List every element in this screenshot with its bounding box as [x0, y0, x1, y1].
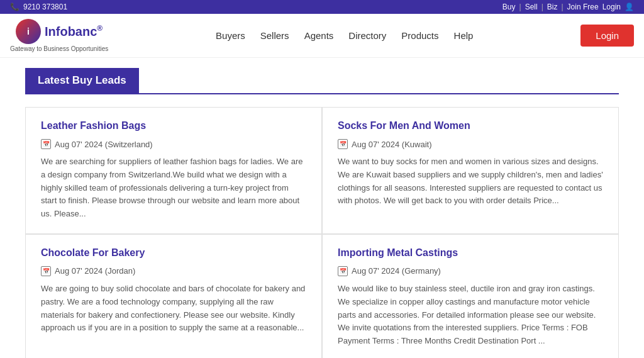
lead-description: We are searching for suppliers of leathe…	[41, 155, 306, 221]
nav-directory[interactable]: Directory	[348, 30, 386, 41]
user-icon: 👤	[625, 3, 634, 11]
main-nav: Buyers Sellers Agents Directory Products…	[121, 30, 568, 41]
calendar-icon: 📅	[41, 139, 51, 149]
login-button[interactable]: Login	[580, 25, 634, 47]
lead-date: 📅 Aug 07' 2024 (Jordan)	[41, 266, 306, 276]
top-biz-link[interactable]: Biz	[547, 3, 558, 11]
sep3: |	[561, 3, 563, 11]
section-title: Latest Buy Leads	[25, 68, 139, 93]
top-buy-link[interactable]: Buy	[502, 3, 516, 11]
header: i Infobanc® Gateway to Business Opportun…	[0, 14, 644, 58]
top-sell-link[interactable]: Sell	[525, 3, 538, 11]
lead-description: We want to buy socks for men and women i…	[338, 155, 603, 208]
logo-reg: ®	[97, 24, 103, 33]
phone-text: 9210 373801	[23, 3, 67, 11]
lead-date-text: Aug 07' 2024 (Germany)	[352, 266, 441, 276]
lead-card: Chocolate For Bakery 📅 Aug 07' 2024 (Jor…	[25, 234, 322, 358]
lead-title[interactable]: Leather Fashion Bags	[41, 120, 306, 131]
logo-name: Infobanc®	[45, 24, 103, 39]
sep1: |	[519, 3, 521, 11]
nav-products[interactable]: Products	[401, 30, 438, 41]
lead-date-text: Aug 07' 2024 (Switzerland)	[55, 140, 153, 149]
lead-title[interactable]: Importing Metal Castings	[338, 247, 603, 259]
phone-icon: 📞	[10, 3, 19, 11]
leads-grid: Leather Fashion Bags 📅 Aug 07' 2024 (Swi…	[25, 107, 619, 358]
logo-tagline: Gateway to Business Opportunities	[10, 45, 108, 52]
logo-image: i Infobanc®	[16, 19, 103, 44]
sep2: |	[541, 3, 543, 11]
lead-description: We are going to buy solid chocolate and …	[41, 282, 306, 335]
calendar-icon: 📅	[41, 266, 51, 276]
lead-date-text: Aug 07' 2024 (Jordan)	[55, 266, 135, 276]
nav-buyers[interactable]: Buyers	[216, 30, 245, 41]
main-content: Latest Buy Leads Leather Fashion Bags 📅 …	[0, 58, 644, 358]
logo[interactable]: i Infobanc® Gateway to Business Opportun…	[10, 19, 108, 52]
calendar-icon: 📅	[338, 139, 348, 149]
lead-date-text: Aug 07' 2024 (Kuwait)	[352, 140, 432, 149]
lead-title[interactable]: Socks For Men And Women	[338, 120, 603, 131]
nav-sellers[interactable]: Sellers	[260, 30, 289, 41]
top-bar: 📞 9210 373801 Buy | Sell | Biz | Join Fr…	[0, 0, 644, 14]
lead-card: Leather Fashion Bags 📅 Aug 07' 2024 (Swi…	[25, 107, 322, 234]
section-header: Latest Buy Leads	[25, 68, 619, 94]
lead-card: Importing Metal Castings 📅 Aug 07' 2024 …	[322, 234, 619, 358]
lead-date: 📅 Aug 07' 2024 (Germany)	[338, 266, 603, 276]
lead-description: We would like to buy stainless steel, du…	[338, 282, 603, 348]
lead-card: Socks For Men And Women 📅 Aug 07' 2024 (…	[322, 107, 619, 234]
top-login-link[interactable]: Login	[602, 3, 621, 11]
calendar-icon: 📅	[338, 266, 348, 276]
lead-date: 📅 Aug 07' 2024 (Switzerland)	[41, 139, 306, 149]
lead-date: 📅 Aug 07' 2024 (Kuwait)	[338, 139, 603, 149]
nav-agents[interactable]: Agents	[304, 30, 334, 41]
logo-circle-icon: i	[16, 19, 41, 44]
top-bar-links: Buy | Sell | Biz | Join Free Login 👤	[502, 3, 634, 11]
phone-number: 📞 9210 373801	[10, 3, 67, 11]
nav-help[interactable]: Help	[454, 30, 474, 41]
lead-title[interactable]: Chocolate For Bakery	[41, 247, 306, 259]
top-joinfree-link[interactable]: Join Free	[567, 3, 599, 11]
